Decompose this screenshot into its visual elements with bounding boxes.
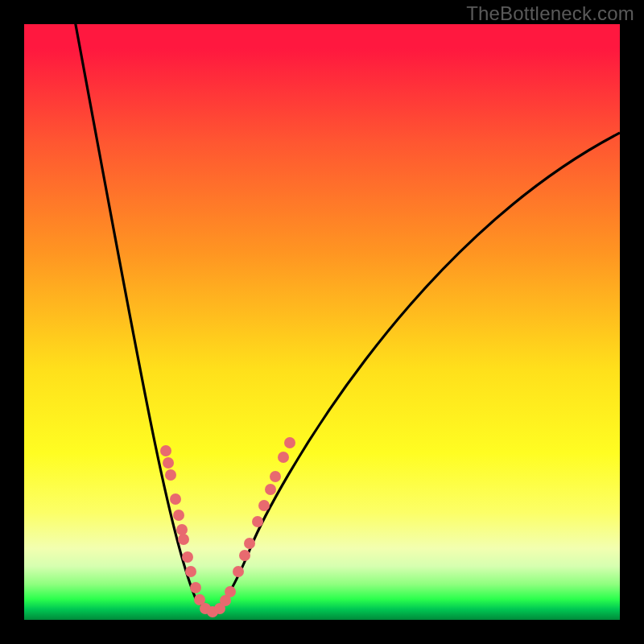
data-dot [185, 566, 196, 577]
data-dot [170, 493, 181, 505]
data-dot [233, 566, 244, 577]
data-dot [244, 538, 255, 549]
curve-layer [24, 24, 620, 620]
data-dots [160, 437, 295, 617]
data-dot [165, 469, 176, 481]
data-dot [176, 524, 188, 535]
data-dot [160, 445, 171, 456]
data-dot [239, 550, 250, 561]
data-dot [258, 500, 270, 511]
data-dot [178, 534, 189, 545]
data-dot [265, 484, 276, 495]
plot-area [24, 24, 620, 620]
data-dot [173, 510, 184, 521]
chart-frame: TheBottleneck.com [0, 0, 644, 644]
watermark-text: TheBottleneck.com [466, 2, 634, 25]
data-dot [278, 452, 289, 463]
bottleneck-curve [74, 24, 620, 612]
data-dot [270, 471, 281, 482]
data-dot [182, 551, 193, 563]
data-dot [225, 586, 236, 597]
data-dot [252, 516, 263, 527]
data-dot [284, 437, 295, 448]
data-dot [190, 582, 201, 593]
data-dot [163, 457, 174, 469]
